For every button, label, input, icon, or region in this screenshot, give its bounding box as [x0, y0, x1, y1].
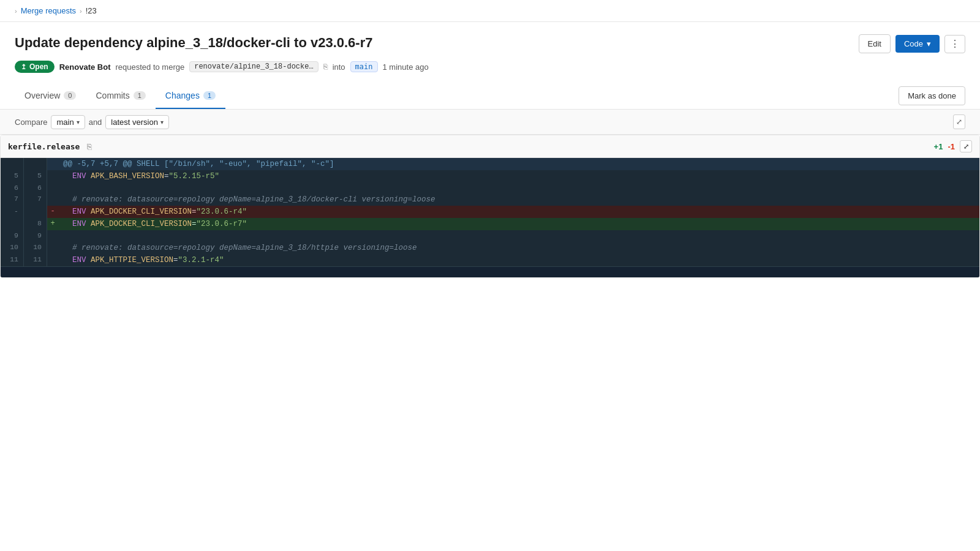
diff-filename: kerfile.release — [8, 142, 80, 151]
tab-changes-label: Changes — [165, 91, 200, 100]
expand-all-button[interactable]: ⤢ — [953, 114, 965, 129]
code-button-label: Code — [904, 39, 923, 48]
diff-hunk-header: @@ -5,7 +5,7 @@ SHELL ["/bin/sh", "-euo"… — [1, 158, 979, 170]
diff-line: 11 11 ENV APK_HTTPIE_VERSION="3.2.1-r4" — [1, 254, 979, 266]
diff-line: 10 10 # renovate: datasource=repology de… — [1, 242, 979, 254]
diff-expand-button[interactable]: ⤢ — [960, 140, 972, 152]
compare-base-branch-name: main — [56, 118, 74, 127]
open-badge-icon: ↥ — [21, 63, 26, 71]
diff-line: 5 5 ENV APK_BASH_VERSION="5.2.15-r5" — [1, 170, 979, 182]
into-text: into — [333, 62, 345, 72]
time-ago: 1 minute ago — [383, 62, 429, 72]
diff-line: 7 7 # renovate: datasource=repology depN… — [1, 193, 979, 206]
mr-meta: ↥ Open Renovate Bot requested to merge r… — [15, 61, 965, 73]
breadcrumb-chevron-icon: › — [15, 7, 17, 15]
tab-overview[interactable]: Overview 0 — [15, 83, 86, 109]
tab-overview-count: 0 — [64, 91, 76, 100]
tabs: Overview 0 Commits 1 Changes 1 — [15, 83, 225, 108]
tab-commits-label: Commits — [96, 91, 129, 100]
diff-file-right: +1 -1 ⤢ — [934, 140, 972, 152]
mark-as-done-button[interactable]: Mark as done — [899, 86, 965, 105]
compare-head-chevron-icon: ▾ — [160, 119, 164, 126]
tab-overview-label: Overview — [24, 91, 60, 100]
tab-changes[interactable]: Changes 1 — [156, 83, 225, 109]
compare-head-label: latest version — [111, 118, 158, 127]
mr-actions: Edit Code ▾ ⋮ — [859, 34, 965, 53]
diff-line-deleted: - - ENV APK_DOCKER_CLI_VERSION="23.0.6-r… — [1, 206, 979, 218]
copy-filename-button[interactable]: ⎘ — [85, 141, 94, 152]
compare-head-branch[interactable]: latest version ▾ — [105, 115, 169, 129]
breadcrumb-separator: › — [80, 7, 82, 15]
open-badge-label: Open — [29, 62, 48, 71]
breadcrumb-merge-requests-link[interactable]: Merge requests — [21, 6, 76, 15]
diff-code: @@ -5,7 +5,7 @@ SHELL ["/bin/sh", "-euo"… — [1, 158, 979, 277]
tab-changes-count: 1 — [203, 91, 216, 100]
mr-title: Update dependency alpine_3_18/docker-cli… — [15, 34, 844, 52]
more-options-button[interactable]: ⋮ — [944, 35, 965, 53]
tab-commits[interactable]: Commits 1 — [86, 83, 155, 109]
mr-header: Update dependency alpine_3_18/docker-cli… — [0, 22, 980, 73]
diff-file-left: kerfile.release ⎘ — [8, 141, 94, 152]
tab-commits-count: 1 — [134, 91, 146, 100]
compare-base-chevron-icon: ▾ — [77, 119, 80, 126]
target-branch: main — [350, 61, 378, 72]
mr-action-text: requested to merge — [115, 62, 184, 72]
diff-file-header: kerfile.release ⎘ +1 -1 ⤢ — [1, 135, 979, 158]
compare-left: Compare main ▾ and latest version ▾ — [15, 115, 169, 129]
diff-stat-add: +1 — [934, 142, 943, 151]
diff-line: 6 6 — [1, 182, 979, 193]
breadcrumb: › Merge requests › !23 — [0, 0, 980, 22]
compare-bar: Compare main ▾ and latest version ▾ ⤢ — [0, 110, 980, 135]
diff-bottom-strip — [1, 266, 979, 277]
compare-base-branch[interactable]: main ▾ — [51, 115, 85, 129]
mr-title-row: Update dependency alpine_3_18/docker-cli… — [15, 34, 965, 53]
diff-line-added: 8 + ENV APK_DOCKER_CLI_VERSION="23.0.6-r… — [1, 218, 979, 230]
code-chevron-icon: ▾ — [927, 39, 931, 48]
code-button[interactable]: Code ▾ — [895, 35, 940, 53]
edit-button[interactable]: Edit — [859, 34, 891, 53]
diff-container: kerfile.release ⎘ +1 -1 ⤢ @@ -5,7 +5,7 @… — [0, 135, 980, 278]
mr-author: Renovate Bot — [59, 62, 111, 72]
compare-and-text: and — [89, 118, 102, 127]
open-badge: ↥ Open — [15, 61, 55, 73]
diff-line: 9 9 — [1, 230, 979, 241]
compare-label: Compare — [15, 118, 47, 127]
tabs-row: Overview 0 Commits 1 Changes 1 Mark as d… — [0, 83, 980, 110]
source-branch: renovate/alpine_3_18-docke… — [189, 61, 318, 72]
diff-stat-del: -1 — [948, 142, 955, 151]
copy-branch-icon[interactable]: ⎘ — [323, 62, 328, 71]
breadcrumb-current: !23 — [86, 6, 97, 15]
